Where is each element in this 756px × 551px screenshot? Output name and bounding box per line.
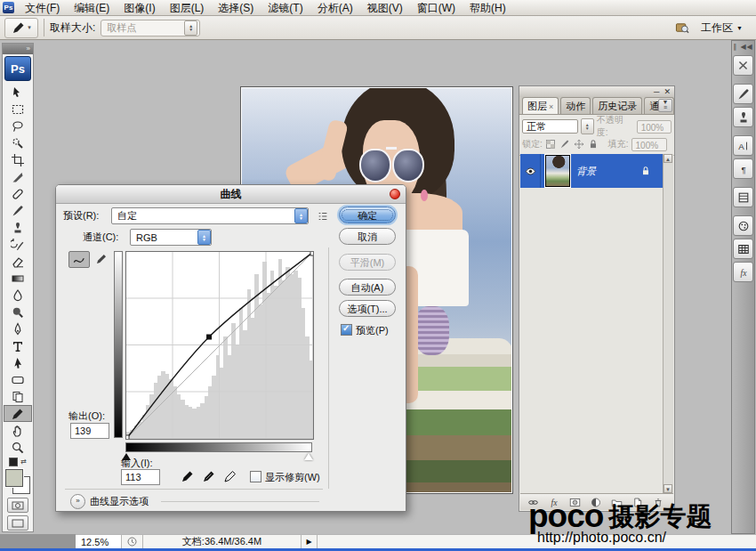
expand-section-button[interactable]: » (70, 494, 85, 509)
styles-panel-button[interactable]: fx (733, 262, 753, 282)
menu-edit[interactable]: 编辑(E) (67, 0, 117, 16)
move-tool[interactable] (4, 84, 32, 101)
close-icon[interactable]: ✕ (664, 87, 671, 96)
color-panel-button[interactable] (733, 215, 753, 236)
quick-mask-button[interactable] (7, 498, 28, 513)
output-field[interactable]: 139 (70, 423, 109, 439)
curve-pencil-mode-button[interactable] (92, 251, 111, 266)
layer-comps-panel-button[interactable] (733, 187, 753, 207)
pen-tool[interactable] (4, 320, 32, 337)
scrollbar[interactable]: ▲ ▼ (663, 154, 673, 493)
scroll-down-icon[interactable]: ▼ (664, 484, 672, 493)
channel-select[interactable]: RGB ▲▼ (130, 229, 212, 246)
visibility-toggle[interactable] (520, 154, 541, 188)
curves-dialog-title[interactable]: 曲线 (56, 185, 406, 204)
blur-tool[interactable] (4, 287, 32, 304)
shape-tool[interactable] (4, 371, 32, 388)
stepper-icon[interactable]: ▲▼ (184, 20, 197, 36)
toolbox-collapse-button[interactable]: » (3, 44, 33, 54)
curve-plot[interactable] (125, 251, 314, 440)
preview-checkbox[interactable]: 预览(P) (341, 324, 389, 337)
gradient-tool[interactable] (4, 270, 32, 287)
layer-thumbnail[interactable] (545, 155, 570, 187)
type-tool[interactable] (4, 337, 32, 354)
menu-file[interactable]: 文件(F) (18, 0, 67, 16)
menu-select[interactable]: 选择(S) (211, 0, 261, 16)
workspace-button[interactable]: 工作区 ▼ (701, 20, 743, 36)
cancel-button[interactable]: 取消 (339, 228, 396, 245)
stepper-icon[interactable]: ▲▼ (581, 118, 594, 134)
menu-view[interactable]: 视图(V) (360, 0, 410, 16)
tab-历史记录[interactable]: 历史记录 (592, 97, 642, 114)
menu-window[interactable]: 窗口(W) (410, 0, 462, 16)
crop-tool[interactable] (4, 151, 32, 168)
curve-point-mode-button[interactable] (68, 251, 90, 268)
hand-tool[interactable] (4, 422, 32, 439)
black-point-eyedropper-icon[interactable] (181, 469, 195, 483)
preset-select[interactable]: 自定 ▲▼ (111, 207, 309, 224)
bridge-icon[interactable] (674, 21, 690, 35)
notes-tool[interactable] (4, 388, 32, 405)
gray-point-eyedropper-icon[interactable] (202, 469, 216, 483)
eyedropper-tool[interactable] (4, 405, 32, 422)
marquee-tool[interactable] (4, 101, 32, 117)
clone-source-panel-button[interactable] (733, 107, 753, 127)
input-field[interactable]: 113 (121, 469, 160, 485)
ok-button[interactable]: 确定 (339, 207, 396, 223)
close-icon[interactable] (390, 189, 400, 199)
tab-图层[interactable]: 图层× (522, 97, 559, 114)
lasso-tool[interactable] (4, 117, 32, 134)
menu-layer[interactable]: 图层(L) (163, 0, 212, 16)
lock-all-icon[interactable] (588, 139, 599, 150)
show-clipping-checkbox[interactable]: 显示修剪(W) (250, 471, 320, 484)
quick-select-tool[interactable] (4, 134, 32, 151)
path-select-tool[interactable] (4, 354, 32, 371)
history-brush-tool[interactable] (4, 236, 32, 253)
lock-transparency-icon[interactable] (545, 139, 556, 150)
clone-stamp-tool[interactable] (4, 219, 32, 236)
zoom-tool[interactable] (4, 439, 32, 456)
swap-colors-icon[interactable]: ⇄ (3, 458, 33, 466)
panel-menu-icon[interactable]: ▼≡ (658, 99, 672, 112)
menu-filter[interactable]: 滤镜(T) (261, 0, 310, 16)
lock-position-icon[interactable] (574, 139, 584, 150)
eraser-tool[interactable] (4, 253, 32, 270)
tab-动作[interactable]: 动作 (560, 97, 591, 114)
blend-mode-select[interactable]: 正常 (522, 119, 578, 134)
screen-mode-button[interactable] (7, 515, 28, 531)
tone-curve[interactable] (126, 252, 313, 439)
slice-tool[interactable] (4, 168, 32, 185)
stepper-icon[interactable]: ▲▼ (294, 208, 308, 223)
version-cue-icon[interactable] (122, 535, 143, 548)
brush-tool[interactable] (4, 202, 32, 219)
layer-name[interactable]: 背景 (576, 165, 640, 178)
highlight-slider[interactable] (304, 453, 313, 460)
menu-help[interactable]: 帮助(H) (462, 0, 513, 16)
minimize-icon[interactable]: ─ (654, 87, 659, 96)
white-point-eyedropper-icon[interactable] (223, 469, 237, 483)
menu-analysis[interactable]: 分析(A) (310, 0, 360, 16)
status-menu-arrow[interactable]: ▶ (302, 535, 318, 548)
current-tool-button[interactable]: ▾ (4, 18, 38, 38)
foreground-color-swatch[interactable] (5, 469, 23, 487)
layer-row-background[interactable]: 背景 (520, 154, 664, 188)
scroll-up-icon[interactable]: ▲ (664, 154, 672, 163)
zoom-level-field[interactable]: 12.5% (76, 535, 122, 548)
character-panel-button[interactable]: A (733, 135, 753, 156)
options-button[interactable]: 选项(T)... (339, 300, 396, 317)
dock-collapse-button[interactable]: ∥ ◀◀ (732, 41, 754, 53)
healing-tool[interactable] (4, 185, 32, 202)
brushes-panel-button[interactable] (733, 84, 753, 104)
close-icon[interactable]: × (549, 102, 553, 111)
auto-button[interactable]: 自动(A) (339, 279, 396, 296)
ps-logo[interactable]: Ps (4, 56, 31, 81)
swatches-panel-button[interactable] (733, 239, 753, 259)
tool-presets-panel-button[interactable] (733, 55, 753, 76)
paragraph-panel-button[interactable]: ¶ (733, 158, 753, 179)
stepper-icon[interactable]: ▲▼ (197, 230, 211, 245)
menu-image[interactable]: 图像(I) (117, 0, 162, 16)
smooth-button[interactable]: 平滑(M) (339, 254, 396, 271)
preset-options-icon[interactable] (317, 210, 329, 223)
lock-pixels-icon[interactable] (559, 139, 570, 150)
dodge-tool[interactable] (4, 304, 32, 320)
